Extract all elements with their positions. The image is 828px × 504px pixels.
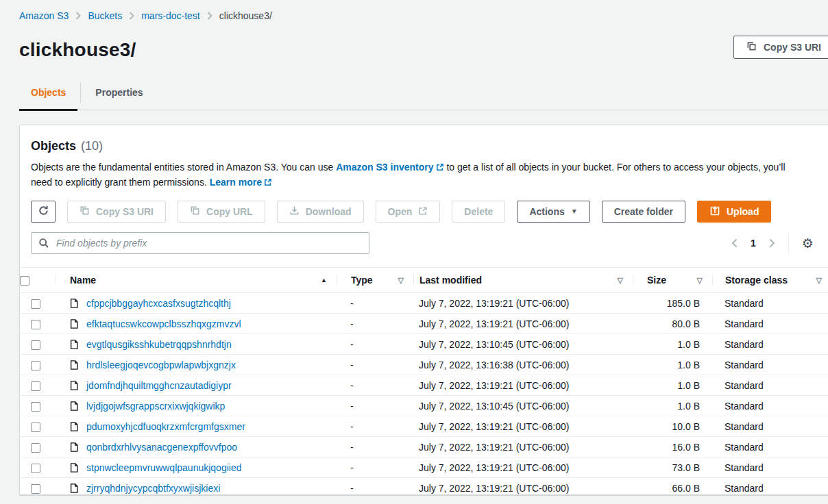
sort-icon: ▽ [618,276,623,285]
upload-icon [709,205,720,218]
object-size: 1.0 B [633,396,712,416]
preferences-gear-icon[interactable]: ⚙ [802,237,814,250]
object-name-link[interactable]: evgtlqusgiksshkubetrqqpshnrhdtjn [86,339,232,350]
file-icon [69,318,79,329]
row-checkbox[interactable] [31,443,40,453]
file-icon [69,442,79,453]
page-number[interactable]: 1 [751,238,756,249]
row-checkbox[interactable] [31,299,40,309]
objects-toolbar: Copy S3 URI Copy URL Download Open Delet… [31,201,816,223]
object-storage-class: Standard [712,478,828,496]
column-header-size[interactable]: Size▽ [633,268,712,293]
object-last-modified: July 7, 2022, 13:19:21 (UTC-06:00) [413,437,633,457]
object-size: 16.0 B [633,437,712,457]
sort-ascending-icon: ▲ [321,277,327,284]
row-checkbox[interactable] [31,464,40,473]
row-checkbox[interactable] [31,402,40,412]
select-all-checkbox[interactable] [20,276,29,286]
chevron-right-icon [75,12,81,20]
object-last-modified: July 7, 2022, 13:19:21 (UTC-06:00) [413,478,633,496]
object-storage-class: Standard [712,457,828,478]
sort-icon: ▽ [816,276,822,285]
file-icon [69,483,79,494]
object-last-modified: July 7, 2022, 13:19:21 (UTC-06:00) [413,314,633,334]
next-page-button[interactable] [769,238,775,248]
table-body: cfppcjbbggayhcxcasfxsugtzhcqlthj - July … [20,293,828,496]
copy-s3-uri-button[interactable]: Copy S3 URI [67,201,166,223]
object-name-link[interactable]: qonbrdxrhlvysanacgenexpffovvfpoo [86,442,237,453]
row-checkbox[interactable] [31,484,40,494]
row-checkbox[interactable] [31,381,40,391]
object-size: 1.0 B [633,334,712,355]
upload-button[interactable]: Upload [697,201,771,223]
find-objects-input[interactable] [31,232,369,254]
amazon-s3-inventory-link[interactable]: Amazon S3 inventory [336,162,443,173]
file-icon [69,380,79,391]
object-name-link[interactable]: cfppcjbbggayhcxcasfxsugtzhcqlthj [86,298,231,309]
object-size: 66.0 B [633,478,712,496]
copy-s3-uri-header-button[interactable]: Copy S3 URI [733,36,828,59]
object-type: - [337,478,413,496]
previous-page-button[interactable] [731,238,738,248]
object-name-link[interactable]: hrdlsleegjoqevcogbpwlapwbjxgnzjx [86,360,236,370]
caret-down-icon: ▼ [571,208,578,215]
object-name-link[interactable]: zjrryqhdnjycypcqbtfxyxwjisjkiexi [86,483,220,494]
object-size: 1.0 B [633,355,712,375]
object-size: 185.0 B [633,293,712,314]
breadcrumb-buckets[interactable]: Buckets [88,10,122,21]
object-size: 10.0 B [633,416,712,437]
refresh-icon [38,205,49,218]
row-checkbox[interactable] [31,320,40,329]
column-header-type[interactable]: Type▽ [337,268,413,293]
object-storage-class: Standard [712,416,828,437]
breadcrumb-amazon-s3[interactable]: Amazon S3 [19,10,69,21]
copy-icon [746,41,757,53]
table-row: lvjdjgojwfsgrappscrxixwjqkigwikp - July … [20,396,828,416]
external-link-icon [436,161,444,175]
refresh-button[interactable] [31,201,56,223]
external-link-icon [264,176,272,190]
sort-icon: ▽ [697,276,703,285]
table-row: stpnwcleepmvruwwqlpaunukjqogiied - July … [20,457,828,478]
table-header-row: Name▲ Type▽ Last modified▽ Size▽ Storage… [20,268,828,293]
file-icon [69,462,79,473]
object-name-link[interactable]: pdumoxyhjcdfuoqkrzxmfcrgmfgsxmer [86,421,245,432]
table-row: efktaqtucswkcowpclbsszhqxgzmvzvl - July … [20,314,828,334]
column-header-name[interactable]: Name▲ [56,268,337,293]
delete-button[interactable]: Delete [452,201,505,223]
create-folder-button[interactable]: Create folder [602,201,685,223]
object-storage-class: Standard [712,437,828,457]
object-name-link[interactable]: jdomfndjhquiltmgghcnzautadigiypr [86,380,232,391]
tab-bar: Objects Properties [19,79,828,110]
learn-more-link[interactable]: Learn more [210,177,272,188]
copy-url-button[interactable]: Copy URL [178,201,265,223]
object-type: - [337,457,413,478]
object-storage-class: Standard [712,375,828,396]
object-name-link[interactable]: efktaqtucswkcowpclbsszhqxgzmvzvl [86,318,241,329]
row-checkbox[interactable] [31,423,40,432]
breadcrumb-current-folder: clickhouse3/ [219,10,272,21]
download-button[interactable]: Download [277,201,364,223]
column-header-last-modified[interactable]: Last modified▽ [413,268,633,293]
object-name-link[interactable]: stpnwcleepmvruwwqlpaunukjqogiied [86,462,241,473]
object-type: - [337,334,413,355]
tab-properties[interactable]: Properties [84,79,154,110]
row-checkbox[interactable] [31,340,40,350]
object-last-modified: July 7, 2022, 13:10:45 (UTC-06:00) [413,334,633,355]
object-storage-class: Standard [712,314,828,334]
object-last-modified: July 7, 2022, 13:19:21 (UTC-06:00) [413,457,633,478]
breadcrumb-bucket-name[interactable]: mars-doc-test [141,10,200,21]
object-last-modified: July 7, 2022, 13:16:38 (UTC-06:00) [413,355,633,375]
table-row: cfppcjbbggayhcxcasfxsugtzhcqlthj - July … [20,293,828,314]
open-button[interactable]: Open [376,201,441,223]
column-header-storage-class[interactable]: Storage class▽ [712,268,828,293]
objects-panel: Objects (10) Objects are the fundamental… [19,125,828,495]
object-name-link[interactable]: lvjdjgojwfsgrappscrxixwjqkigwikp [86,401,225,412]
external-link-icon [418,206,428,218]
row-checkbox[interactable] [31,361,40,370]
object-storage-class: Standard [712,355,828,375]
tab-objects[interactable]: Objects [19,79,77,110]
object-last-modified: July 7, 2022, 13:10:45 (UTC-06:00) [413,396,633,416]
actions-dropdown-button[interactable]: Actions▼ [517,201,589,223]
pagination: 1 ⚙ [731,232,814,254]
